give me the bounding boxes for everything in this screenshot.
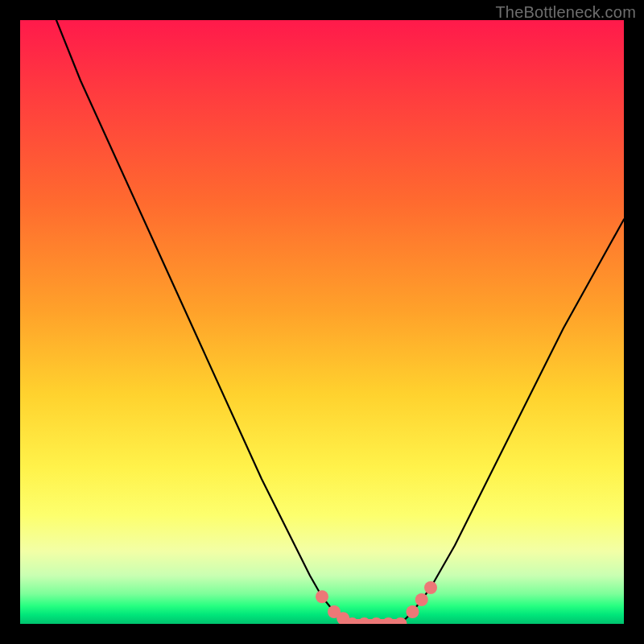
chart-svg <box>20 20 624 624</box>
outer-frame: TheBottleneck.com <box>0 0 644 644</box>
highlight-dot <box>370 617 383 624</box>
series-right-branch <box>401 220 625 625</box>
highlight-dot <box>316 590 328 603</box>
highlight-dot <box>424 581 437 594</box>
plot-area <box>20 20 624 624</box>
curve-layer <box>56 20 624 624</box>
highlight-dot <box>407 605 419 618</box>
marker-layer <box>316 581 437 624</box>
watermark-text: TheBottleneck.com <box>495 3 636 22</box>
highlight-dot <box>358 617 371 624</box>
series-left-branch <box>56 20 353 624</box>
highlight-dot <box>415 593 428 606</box>
highlight-dot <box>382 617 395 624</box>
